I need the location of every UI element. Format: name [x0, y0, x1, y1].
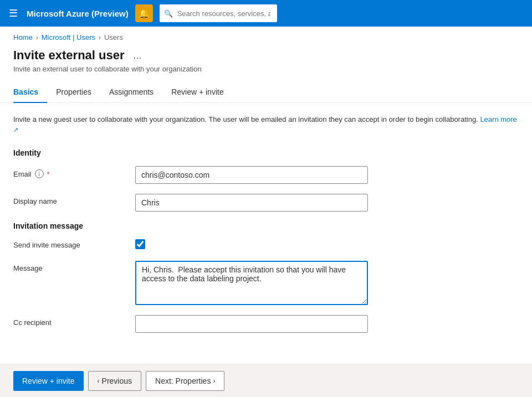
page-title: Invite external user — [13, 48, 125, 63]
identity-heading: Identity — [13, 148, 519, 157]
tab-basics[interactable]: Basics — [13, 82, 47, 103]
notifications-icon[interactable]: 🔔 — [135, 4, 153, 22]
send-invite-checkbox-wrapper — [135, 239, 145, 251]
hamburger-icon[interactable]: ☰ — [7, 5, 20, 22]
display-name-label: Display name — [13, 194, 135, 205]
info-text: Invite a new guest user to collaborate w… — [13, 114, 519, 137]
send-invite-field-row: Send invite message — [13, 239, 519, 251]
display-name-field-row: Display name — [13, 194, 519, 212]
app-title: Microsoft Azure (Preview) — [27, 9, 129, 18]
email-input[interactable] — [135, 166, 368, 184]
search-input[interactable] — [160, 4, 277, 22]
email-info-icon[interactable]: i — [35, 169, 44, 178]
breadcrumb-sep-2: › — [99, 34, 101, 42]
message-field-row: Message Hi, Chris. Please accept this in… — [13, 261, 519, 305]
top-nav: ☰ Microsoft Azure (Preview) 🔔 🔍 — [0, 0, 532, 27]
tab-review-invite[interactable]: Review + invite — [162, 82, 233, 103]
search-wrapper: 🔍 — [160, 4, 448, 22]
email-label: Email i * — [13, 166, 135, 178]
cc-recipient-field-row: Cc recipient — [13, 315, 519, 333]
page-header: Invite external user ... Invite an exter… — [0, 42, 532, 73]
email-field-row: Email i * — [13, 166, 519, 184]
email-input-wrapper — [135, 166, 368, 184]
tab-properties[interactable]: Properties — [47, 82, 100, 103]
message-textarea[interactable]: Hi, Chris. Please accept this invitation… — [135, 261, 368, 305]
cc-recipient-input[interactable] — [135, 315, 368, 333]
message-label: Message — [13, 261, 135, 272]
invitation-message-heading: Invitation message — [13, 221, 519, 230]
display-name-input-wrapper — [135, 194, 368, 212]
breadcrumb-sep-1: › — [36, 34, 38, 42]
main-content: Home › Microsoft | Users › Users Invite … — [0, 27, 532, 364]
page-subtitle: Invite an external user to collaborate w… — [13, 65, 519, 73]
send-invite-label: Send invite message — [13, 241, 135, 249]
tabs: Basics Properties Assignments Review + i… — [0, 73, 532, 103]
more-options-button[interactable]: ... — [130, 49, 145, 63]
email-required: * — [47, 170, 50, 178]
form-section: Invite a new guest user to collaborate w… — [0, 103, 532, 354]
tab-assignments[interactable]: Assignments — [100, 82, 162, 103]
breadcrumb-current: Users — [104, 33, 123, 42]
cc-recipient-label: Cc recipient — [13, 315, 135, 327]
cc-recipient-input-wrapper — [135, 315, 368, 333]
breadcrumb-home[interactable]: Home — [13, 33, 33, 42]
breadcrumb: Home › Microsoft | Users › Users — [0, 27, 532, 42]
breadcrumb-microsoft-users[interactable]: Microsoft | Users — [42, 33, 95, 42]
display-name-input[interactable] — [135, 194, 368, 212]
send-invite-checkbox[interactable] — [135, 239, 145, 249]
